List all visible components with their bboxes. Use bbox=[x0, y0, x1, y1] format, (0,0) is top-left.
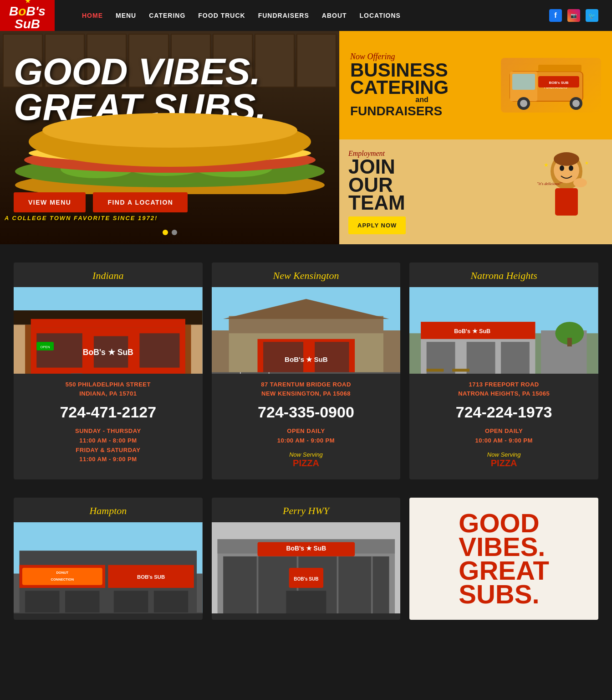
indiana-image: BoB's ★ SuB OPEN bbox=[14, 287, 203, 374]
svg-rect-19 bbox=[538, 65, 581, 72]
svg-rect-86 bbox=[14, 612, 203, 613]
nk-now-serving: Now Serving bbox=[216, 451, 396, 458]
social-links: f 📷 🐦 bbox=[549, 9, 598, 22]
svg-text:BoB's ★ SuB: BoB's ★ SuB bbox=[454, 328, 491, 335]
nav-fundraisers[interactable]: FUNDRAISERS bbox=[258, 12, 309, 19]
bottom-row: Hampton DONUT CONNECTION BOB's SUB bbox=[0, 498, 612, 638]
find-location-button[interactable]: FIND A LOCATION bbox=[93, 192, 188, 212]
person-svg: "it's delicious!" ★ ★ bbox=[530, 151, 598, 228]
svg-text:"it's delicious!": "it's delicious!" bbox=[537, 181, 562, 186]
svg-text:DONUT: DONUT bbox=[56, 570, 68, 574]
location-perry-hwy: Perry HWY BoB's ★ SuB bbox=[212, 498, 401, 620]
nk-image: BoB's ★ SuB bbox=[212, 287, 401, 374]
svg-rect-29 bbox=[555, 188, 578, 216]
nk-store-svg: BoB's ★ SuB bbox=[212, 287, 401, 374]
dot-1[interactable] bbox=[163, 230, 168, 235]
location-indiana: Indiana BoB's ★ SuB OPEN bbox=[14, 262, 203, 479]
perry-svg: BoB's ★ SuB BOB's SUB bbox=[212, 522, 401, 613]
location-natrona-heights: Natrona Heights BoB's ★ SuB bbox=[409, 262, 598, 479]
logo[interactable]: Good Vibes ★ Great Bites BoB'sSuB Since … bbox=[0, 0, 55, 31]
catering-panel-text: Now Offering BUSINESS CATERING and FUNDR… bbox=[350, 52, 494, 119]
locations-section: Indiana BoB's ★ SuB OPEN bbox=[0, 244, 612, 498]
nk-name: New Kensington bbox=[212, 262, 401, 287]
catering-panel: Now Offering BUSINESS CATERING and FUNDR… bbox=[339, 31, 612, 139]
svg-point-26 bbox=[560, 165, 564, 171]
employment-panel: Employment JOIN OUR TEAM APPLY NOW bbox=[339, 139, 612, 244]
svg-rect-85 bbox=[154, 591, 188, 613]
indiana-store-svg: BoB's ★ SuB OPEN bbox=[14, 287, 203, 374]
nav-about[interactable]: ABOUT bbox=[322, 12, 347, 19]
twitter-icon[interactable]: 🐦 bbox=[586, 9, 598, 22]
svg-text:OPEN: OPEN bbox=[40, 345, 50, 349]
sub-image-area bbox=[0, 103, 339, 203]
nav-links: HOME MENU CATERING FOOD TRUCK FUNDRAISER… bbox=[82, 11, 401, 20]
retro-person-image: "it's delicious!" ★ ★ bbox=[530, 151, 603, 233]
indiana-name: Indiana bbox=[14, 262, 203, 287]
svg-rect-69 bbox=[567, 338, 572, 346]
instagram-icon[interactable]: 📷 bbox=[567, 9, 580, 22]
svg-rect-18 bbox=[512, 74, 535, 90]
svg-text:BOB's SUB: BOB's SUB bbox=[549, 81, 568, 85]
apply-now-button[interactable]: APPLY NOW bbox=[348, 216, 406, 234]
svg-point-27 bbox=[569, 165, 573, 171]
svg-text:BOB's SUB: BOB's SUB bbox=[294, 576, 318, 581]
nk-phone: 724-335-0900 bbox=[212, 400, 401, 425]
svg-rect-83 bbox=[65, 591, 99, 613]
svg-rect-65 bbox=[467, 342, 495, 374]
nh-name: Natrona Heights bbox=[409, 262, 598, 287]
dot-2[interactable] bbox=[172, 230, 177, 235]
hampton-image: DONUT CONNECTION BOB's SUB bbox=[14, 522, 203, 613]
svg-point-11 bbox=[42, 113, 297, 148]
location-hampton: Hampton DONUT CONNECTION BOB's SUB bbox=[14, 498, 203, 620]
hampton-name: Hampton bbox=[14, 498, 203, 522]
view-menu-button[interactable]: VIEW MENU bbox=[14, 192, 86, 212]
svg-rect-66 bbox=[501, 342, 530, 374]
svg-rect-82 bbox=[25, 591, 59, 613]
hampton-svg: DONUT CONNECTION BOB's SUB bbox=[14, 522, 203, 613]
good-vibes-line4: SUBS. bbox=[459, 579, 539, 609]
nav-menu[interactable]: MENU bbox=[116, 12, 136, 19]
indiana-hours: SUNDAY - THURSDAY 11:00 AM - 8:00 PM FRI… bbox=[14, 425, 203, 466]
nh-now-serving: Now Serving bbox=[414, 451, 594, 458]
svg-rect-43 bbox=[31, 319, 185, 328]
nk-pizza-badge: Now Serving PIZZA bbox=[212, 448, 401, 468]
location-new-kensington: New Kensington BoB's ★ SuB bbox=[212, 262, 401, 479]
nh-hours: OPEN DAILY 10:00 AM - 9:00 PM bbox=[409, 425, 598, 448]
good-vibes-promo-card: GOOD VIBES. GREAT SUBS. bbox=[409, 498, 598, 620]
nav-catering[interactable]: CATERING bbox=[149, 12, 185, 19]
perry-hwy-name: Perry HWY bbox=[212, 498, 401, 522]
svg-rect-40 bbox=[139, 333, 179, 367]
nh-phone: 724-224-1973 bbox=[409, 400, 598, 425]
hero-subtext: A COLLEGE TOWN FAVORITE SINCE 1972! bbox=[5, 215, 158, 221]
svg-text:BoB's ★ SuB: BoB's ★ SuB bbox=[83, 348, 133, 357]
truck-svg: CATERING AND FUNDRAISERS BOB's SUB bbox=[505, 60, 597, 110]
hero-dots bbox=[163, 230, 177, 235]
nav-food-truck[interactable]: FOOD TRUCK bbox=[198, 12, 245, 19]
fundraisers-label: FUNDRAISERS bbox=[350, 104, 494, 118]
indiana-address: 550 PHILADELPHIA STREET INDIANA, PA 1570… bbox=[14, 374, 203, 400]
hero-main: GOOD VIBES. GREAT SUBS. bbox=[0, 31, 339, 244]
nh-store-svg: BoB's ★ SuB bbox=[409, 287, 598, 374]
nav-locations[interactable]: LOCATIONS bbox=[360, 12, 401, 19]
indiana-phone: 724-471-2127 bbox=[14, 400, 203, 425]
nk-pizza-label: PIZZA bbox=[216, 458, 396, 468]
nh-pizza-label: PIZZA bbox=[414, 458, 594, 468]
facebook-icon[interactable]: f bbox=[549, 9, 562, 22]
nh-image: BoB's ★ SuB bbox=[409, 287, 598, 374]
nav-home[interactable]: HOME bbox=[82, 12, 103, 19]
svg-rect-84 bbox=[114, 591, 148, 613]
nk-hours: OPEN DAILY 10:00 AM - 9:00 PM bbox=[212, 425, 401, 448]
svg-rect-71 bbox=[453, 369, 470, 371]
good-vibes-text: GOOD VIBES. GREAT SUBS. bbox=[459, 511, 549, 607]
hero-right-panels: Now Offering BUSINESS CATERING and FUNDR… bbox=[339, 31, 612, 244]
svg-text:BoB's ★ SuB: BoB's ★ SuB bbox=[285, 355, 328, 363]
svg-rect-46 bbox=[71, 373, 82, 374]
svg-text:BoB's ★ SuB: BoB's ★ SuB bbox=[286, 545, 326, 552]
business-label: BUSINESS CATERING bbox=[350, 62, 494, 96]
svg-text:CONNECTION: CONNECTION bbox=[51, 577, 74, 581]
svg-text:★: ★ bbox=[585, 160, 589, 165]
nh-pizza-badge: Now Serving PIZZA bbox=[409, 448, 598, 468]
nh-address: 1713 FREEPORT ROAD NATRONA HEIGHTS, PA 1… bbox=[409, 374, 598, 400]
svg-point-30 bbox=[573, 178, 587, 187]
svg-point-15 bbox=[520, 100, 527, 107]
